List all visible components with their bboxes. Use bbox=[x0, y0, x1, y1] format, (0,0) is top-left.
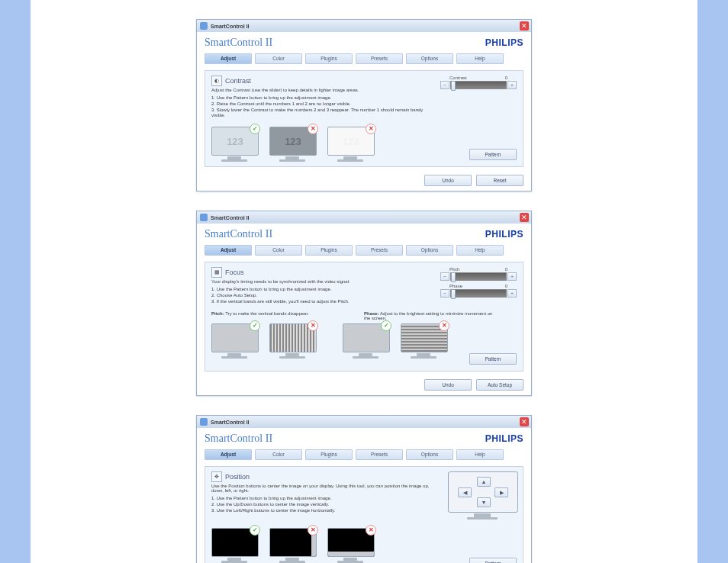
app-icon bbox=[200, 214, 208, 221]
section-desc: Use the Position buttons to center the i… bbox=[211, 484, 433, 493]
auto-setup-button[interactable]: Auto Setup bbox=[476, 379, 523, 391]
right-margin-band bbox=[697, 0, 728, 563]
tab-color[interactable]: Color bbox=[255, 449, 302, 460]
tab-presets[interactable]: Presets bbox=[356, 245, 403, 256]
slider-label: Contrast bbox=[449, 76, 467, 80]
section-title: Contrast bbox=[225, 77, 251, 85]
tab-plugins[interactable]: Plugins bbox=[305, 53, 353, 64]
tab-adjust[interactable]: Adjust bbox=[205, 449, 252, 460]
pattern-button[interactable]: Pattern bbox=[469, 149, 517, 160]
steps: 1. Use the Pattern button to bring up th… bbox=[211, 496, 433, 513]
titlebar[interactable]: SmartControl II ✕ bbox=[197, 211, 531, 224]
tab-adjust[interactable]: Adjust bbox=[205, 53, 252, 64]
tab-help[interactable]: Help bbox=[456, 245, 504, 256]
phase-hint: Phase: Adjust to the brightest setting t… bbox=[364, 311, 494, 320]
focus-panel: ▦ Focus Your display's timing needs to b… bbox=[205, 262, 523, 372]
step-3: 3. If the vertical bands are still visib… bbox=[211, 299, 433, 305]
x-icon: ✕ bbox=[308, 525, 318, 536]
position-panel: ✥ Position Use the Position buttons to c… bbox=[205, 466, 523, 563]
window-title: SmartControl II bbox=[211, 420, 250, 425]
x-icon: ✕ bbox=[308, 320, 318, 331]
tab-plugins[interactable]: Plugins bbox=[305, 245, 353, 256]
pitch-minus-button[interactable]: − bbox=[440, 272, 449, 281]
contrast-slider[interactable] bbox=[450, 81, 507, 89]
phase-slider[interactable] bbox=[450, 289, 507, 298]
tab-adjust[interactable]: Adjust bbox=[205, 245, 252, 256]
step-1: 1. Use the Pattern button to bring up th… bbox=[211, 287, 433, 293]
app-title: SmartControl II bbox=[205, 433, 272, 445]
position-right-button[interactable]: ▶ bbox=[494, 487, 508, 497]
phase-label: Phase bbox=[449, 284, 462, 288]
position-icon: ✥ bbox=[211, 471, 222, 482]
tab-bar: Adjust Color Plugins Presets Options Hel… bbox=[197, 242, 531, 259]
position-up-button[interactable]: ▲ bbox=[477, 477, 491, 487]
preview-too-light: ✕ 123 bbox=[327, 127, 373, 162]
phase-plus-button[interactable]: + bbox=[507, 289, 517, 298]
titlebar[interactable]: SmartControl II ✕ bbox=[197, 416, 531, 428]
contrast-slider-group: Contrast 0 − + bbox=[440, 76, 517, 92]
step-3: 3. Slowly lower the Contrast to make the… bbox=[211, 108, 433, 120]
steps: 1. Use the Pattern button to bring up th… bbox=[211, 95, 433, 119]
slider-thumb[interactable] bbox=[451, 289, 456, 299]
close-icon[interactable]: ✕ bbox=[520, 21, 529, 31]
slider-thumb[interactable] bbox=[451, 81, 456, 91]
close-icon[interactable]: ✕ bbox=[520, 213, 529, 222]
tab-color[interactable]: Color bbox=[255, 53, 302, 64]
preview-pitch-good: ✓ bbox=[211, 323, 257, 359]
check-icon: ✓ bbox=[381, 320, 391, 331]
undo-button[interactable]: Undo bbox=[424, 175, 472, 186]
slider-plus-button[interactable]: + bbox=[507, 81, 517, 89]
tab-options[interactable]: Options bbox=[406, 53, 453, 64]
tab-help[interactable]: Help bbox=[456, 449, 504, 460]
preview-offset-v: ✕ bbox=[327, 528, 373, 563]
tab-options[interactable]: Options bbox=[406, 449, 453, 460]
brand-logo: PHILIPS bbox=[485, 433, 523, 444]
preview-phase-bad: ✕ bbox=[401, 323, 446, 359]
preview-phase-good: ✓ bbox=[343, 323, 388, 359]
tab-options[interactable]: Options bbox=[406, 245, 453, 256]
check-icon: ✓ bbox=[250, 525, 260, 536]
step-3: 3. Use the Left/Right buttons to center … bbox=[211, 508, 433, 514]
close-icon[interactable]: ✕ bbox=[520, 417, 529, 426]
app-icon bbox=[200, 418, 208, 426]
section-desc: Your display's timing needs to be synchr… bbox=[211, 279, 433, 284]
tab-presets[interactable]: Presets bbox=[356, 449, 403, 460]
preview-offset-h: ✕ bbox=[269, 528, 315, 563]
step-1: 1. Use the Pattern button to bring up th… bbox=[211, 496, 433, 502]
reset-button[interactable]: Reset bbox=[476, 175, 523, 186]
window-focus: SmartControl II ✕ SmartControl II PHILIP… bbox=[196, 211, 532, 396]
titlebar[interactable]: SmartControl II ✕ bbox=[197, 20, 531, 32]
step-2: 2. Raise the Contrast until the numbers … bbox=[211, 101, 433, 108]
tab-color[interactable]: Color bbox=[255, 245, 302, 256]
section-desc: Adjust the Contrast (use the slider) to … bbox=[211, 88, 433, 92]
tab-bar: Adjust Color Plugins Presets Options Hel… bbox=[197, 446, 531, 463]
pitch-plus-button[interactable]: + bbox=[507, 272, 517, 281]
slider-thumb[interactable] bbox=[451, 272, 456, 282]
x-icon: ✕ bbox=[439, 320, 449, 331]
section-title: Focus bbox=[225, 269, 244, 276]
tab-plugins[interactable]: Plugins bbox=[305, 449, 353, 460]
pitch-slider[interactable] bbox=[450, 272, 507, 281]
pitch-value: 0 bbox=[505, 267, 507, 272]
steps: 1. Use the Pattern button to bring up th… bbox=[211, 287, 433, 304]
tab-help[interactable]: Help bbox=[456, 53, 504, 64]
slider-value: 0 bbox=[505, 76, 507, 80]
slider-minus-button[interactable]: − bbox=[440, 81, 449, 89]
preview-too-dark: ✕ 123 bbox=[269, 127, 315, 162]
pattern-button[interactable]: Pattern bbox=[469, 558, 517, 563]
position-down-button[interactable]: ▼ bbox=[477, 497, 491, 507]
app-title: SmartControl II bbox=[205, 37, 272, 49]
contrast-panel: ◐ Contrast Adjust the Contrast (use the … bbox=[205, 70, 523, 167]
undo-button[interactable]: Undo bbox=[424, 379, 472, 391]
check-icon: ✓ bbox=[250, 320, 260, 331]
position-diagram: ▲ ▼ ◀ ▶ bbox=[448, 471, 517, 520]
window-title: SmartControl II bbox=[211, 215, 250, 220]
app-icon bbox=[200, 22, 208, 30]
section-title: Position bbox=[225, 473, 250, 481]
tab-presets[interactable]: Presets bbox=[356, 53, 403, 64]
app-title: SmartControl II bbox=[205, 228, 272, 240]
left-margin-band bbox=[0, 0, 31, 563]
pattern-button[interactable]: Pattern bbox=[469, 353, 517, 365]
phase-minus-button[interactable]: − bbox=[440, 289, 449, 298]
position-left-button[interactable]: ◀ bbox=[458, 487, 472, 497]
